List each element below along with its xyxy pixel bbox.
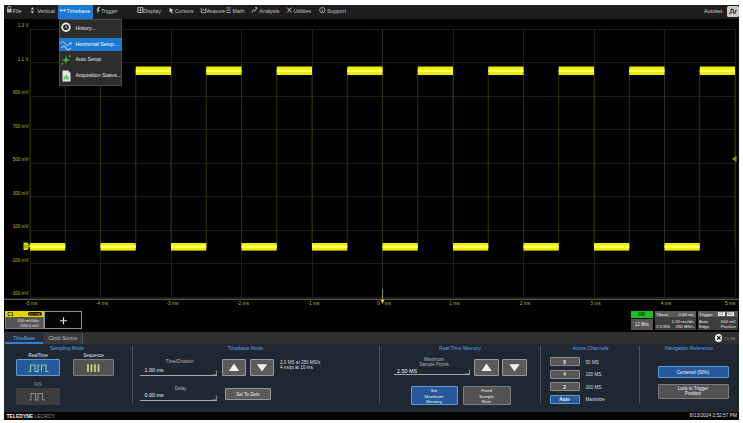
svg-text:Acquisition Status...: Acquisition Status...	[76, 72, 122, 78]
svg-text:Horizontal Setup...: Horizontal Setup...	[76, 41, 119, 47]
svg-text:History...: History...	[76, 25, 96, 31]
svg-text:Auto Setup: Auto Setup	[76, 56, 102, 62]
